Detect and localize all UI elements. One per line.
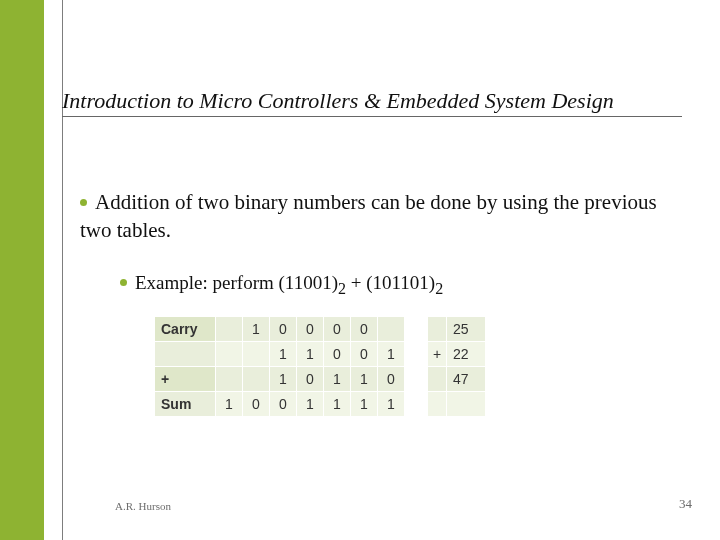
op-cell bbox=[428, 317, 447, 342]
bit-cell: 0 bbox=[270, 392, 297, 417]
bit-cell: 1 bbox=[324, 367, 351, 392]
slide-title: Introduction to Micro Controllers & Embe… bbox=[62, 88, 682, 117]
example-prefix: Example: perform ( bbox=[135, 272, 285, 293]
bit-cell bbox=[216, 367, 243, 392]
row-label: Sum bbox=[155, 392, 216, 417]
bit-cell: 1 bbox=[324, 392, 351, 417]
bit-cell: 1 bbox=[297, 342, 324, 367]
bit-cell: 0 bbox=[351, 317, 378, 342]
bit-cell: 1 bbox=[243, 317, 270, 342]
decimal-cell bbox=[447, 392, 486, 417]
row-label: Carry bbox=[155, 317, 216, 342]
op-cell bbox=[428, 392, 447, 417]
bit-cell: 0 bbox=[270, 317, 297, 342]
example-base2: 2 bbox=[435, 280, 443, 297]
op-cell bbox=[428, 367, 447, 392]
main-bullet-text: Addition of two binary numbers can be do… bbox=[80, 190, 657, 242]
spacer bbox=[405, 317, 428, 342]
bit-cell: 0 bbox=[297, 317, 324, 342]
bit-cell bbox=[243, 342, 270, 367]
bit-cell: 1 bbox=[378, 392, 405, 417]
decimal-cell: 22 bbox=[447, 342, 486, 367]
bit-cell bbox=[378, 317, 405, 342]
bit-cell bbox=[216, 317, 243, 342]
side-accent-bar bbox=[0, 0, 44, 540]
bit-cell: 0 bbox=[324, 342, 351, 367]
row-label: + bbox=[155, 367, 216, 392]
table-row: + 1 0 1 1 0 47 bbox=[155, 367, 486, 392]
bit-cell: 0 bbox=[324, 317, 351, 342]
footer-page-number: 34 bbox=[679, 496, 692, 512]
bit-cell: 0 bbox=[378, 367, 405, 392]
spacer bbox=[405, 392, 428, 417]
side-rule-line bbox=[62, 0, 63, 540]
table-row: Carry 1 0 0 0 0 25 bbox=[155, 317, 486, 342]
bit-cell bbox=[216, 342, 243, 367]
footer-author: A.R. Hurson bbox=[115, 500, 171, 512]
op-cell: + bbox=[428, 342, 447, 367]
decimal-cell: 47 bbox=[447, 367, 486, 392]
bit-cell: 0 bbox=[243, 392, 270, 417]
bit-cell: 1 bbox=[297, 392, 324, 417]
main-bullet: Addition of two binary numbers can be do… bbox=[80, 188, 680, 245]
bullet-dot-icon bbox=[80, 199, 87, 206]
bit-cell: 1 bbox=[351, 367, 378, 392]
bit-cell: 1 bbox=[270, 367, 297, 392]
bit-cell: 0 bbox=[351, 342, 378, 367]
example-bullet: Example: perform (11001)2 + (101101)2 bbox=[120, 272, 680, 298]
example-base1: 2 bbox=[338, 280, 346, 297]
binary-addition-table: Carry 1 0 0 0 0 25 1 1 0 0 1 + 22 + bbox=[154, 316, 486, 417]
example-plus: + ( bbox=[346, 272, 373, 293]
spacer bbox=[405, 367, 428, 392]
bit-cell: 1 bbox=[270, 342, 297, 367]
table-row: 1 1 0 0 1 + 22 bbox=[155, 342, 486, 367]
example-b: 101101 bbox=[373, 272, 429, 293]
table-row: Sum 1 0 0 1 1 1 1 bbox=[155, 392, 486, 417]
row-label bbox=[155, 342, 216, 367]
decimal-cell: 25 bbox=[447, 317, 486, 342]
bit-cell: 0 bbox=[297, 367, 324, 392]
bit-cell: 1 bbox=[351, 392, 378, 417]
bit-cell bbox=[243, 367, 270, 392]
bit-cell: 1 bbox=[378, 342, 405, 367]
bit-cell: 1 bbox=[216, 392, 243, 417]
bullet-dot-icon bbox=[120, 279, 127, 286]
example-a: 11001 bbox=[285, 272, 332, 293]
spacer bbox=[405, 342, 428, 367]
